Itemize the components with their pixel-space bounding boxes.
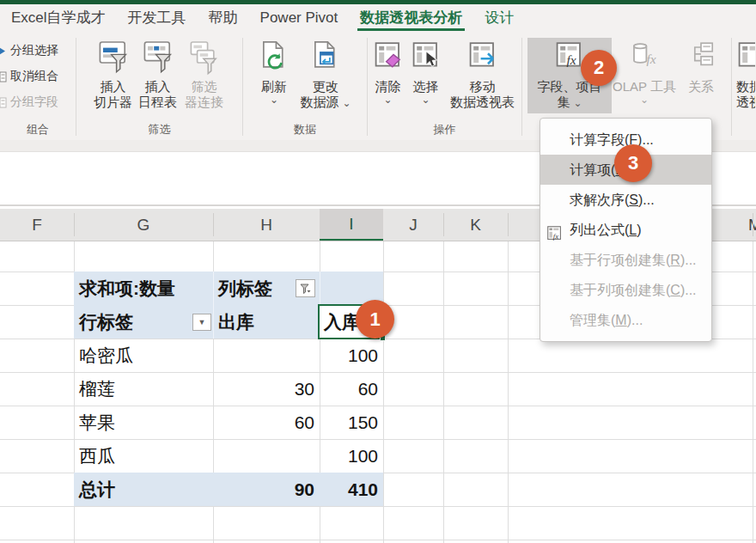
ribbon-group-combine: 分组选择 取消组合 分组字段 组合 (0, 31, 76, 140)
pivot-row-out[interactable]: 30 (213, 372, 314, 406)
ribbon-tab-bar: Excel自学成才 开发工具 帮助 Power Pivot 数据透视表分析 设计 (0, 4, 756, 31)
fields-items-sets-label-2: 集 ⌄ (557, 95, 582, 110)
olap-tools-label: OLAP 工具 (613, 79, 676, 95)
chevron-down-icon: ⌄ (270, 95, 278, 104)
chevron-down-icon: ⌄ (343, 97, 351, 109)
relationships-button: 关系 (677, 38, 725, 95)
pivot-column-labels-cell[interactable]: 列标签 (218, 272, 272, 305)
menu-item-solve-order[interactable]: 求解次序(S)... (540, 185, 711, 215)
pivot-values-label-cell[interactable]: 求和项:数量 (79, 272, 175, 305)
tab-help[interactable]: 帮助 (198, 4, 249, 31)
tab-developer[interactable]: 开发工具 (117, 4, 198, 31)
pivot-row-in[interactable]: 60 (320, 372, 378, 406)
olap-tools-button: fx OLAP 工具 ⌄ (612, 38, 677, 104)
tab-power-pivot[interactable]: Power Pivot (249, 4, 350, 31)
filter-funnel-icon (300, 283, 311, 294)
move-pivottable-label-2: 数据透视表 (450, 95, 515, 110)
pivot-row-name[interactable]: 榴莲 (79, 372, 115, 406)
pivot-row-name[interactable]: 西瓜 (79, 439, 115, 473)
chevron-down-icon: ⌄ (640, 95, 649, 104)
refresh-icon (259, 40, 289, 76)
chevron-down-icon: ⌄ (421, 95, 430, 104)
refresh-button[interactable]: 刷新 ⌄ (253, 38, 295, 104)
ribbon-group-filter: 插入 切片器 插入 日程表 (76, 31, 242, 140)
column-header-h[interactable]: H (213, 209, 320, 241)
olap-tools-icon: fx (629, 40, 660, 76)
group-selection-icon (0, 46, 7, 57)
relationships-icon (686, 40, 716, 76)
pivot-row-in[interactable]: 100 (320, 339, 378, 372)
group-label-data: 数据 (243, 122, 367, 137)
insert-timeline-button[interactable]: 插入 日程表 (136, 38, 180, 110)
pivot-row-name[interactable]: 哈密瓜 (79, 339, 133, 372)
pivot-row-in[interactable]: 100 (320, 439, 378, 473)
ribbon-group-actions: 清除 ⌄ 选择 ⌄ (368, 31, 521, 140)
column-header-j[interactable]: J (383, 209, 443, 241)
pivot-row-name[interactable]: 苹果 (79, 406, 115, 439)
insert-timeline-icon (143, 40, 174, 76)
insert-slicer-icon (98, 40, 129, 76)
menu-item-create-set-column-items: 基于列项创建集(C)... (540, 275, 711, 305)
pivotchart-icon (736, 40, 755, 76)
pivotchart-button-partial[interactable]: 数据 透视图 (732, 38, 755, 110)
active-cell-text: 入库 (324, 312, 360, 332)
pivotchart-label-2: 透视图 (736, 95, 755, 110)
column-labels-filter-button[interactable] (296, 279, 315, 297)
ungroup-icon (0, 71, 7, 82)
insert-slicer-button[interactable]: 插入 切片器 (91, 38, 136, 110)
pivot-col1-header-cell[interactable]: 出库 (218, 305, 254, 339)
chevron-down-icon: ⌄ (383, 95, 392, 104)
group-field-label: 分组字段 (10, 95, 58, 110)
dropdown-arrow-icon: ▼ (198, 319, 206, 326)
column-header-i[interactable]: I (320, 209, 383, 241)
insert-slicer-label-1: 插入 (101, 79, 126, 95)
filter-connections-label-2: 器连接 (185, 95, 223, 110)
filter-connections-icon (189, 40, 220, 76)
ribbon-group-tools-partial: 数据 透视图 (732, 31, 755, 140)
menu-item-manage-sets: 管理集(M)... (540, 305, 711, 335)
insert-timeline-label-1: 插入 (145, 79, 171, 95)
tab-pivottable-analyze[interactable]: 数据透视表分析 (349, 4, 473, 31)
svg-text:fx: fx (553, 232, 558, 241)
ungroup-button[interactable]: 取消组合 (0, 64, 76, 89)
change-data-source-button[interactable]: 更改 数据源 ⌄ (295, 38, 357, 110)
pivot-total-label[interactable]: 总计 (79, 473, 115, 506)
insert-timeline-label-2: 日程表 (138, 95, 177, 110)
step-badge-1: 1 (356, 300, 394, 339)
tab-design[interactable]: 设计 (473, 4, 525, 31)
ungroup-label: 取消组合 (10, 69, 58, 84)
column-header-f[interactable]: F (0, 209, 74, 241)
move-pivottable-icon (467, 40, 498, 76)
filter-connections-label-1: 筛选 (192, 79, 217, 95)
pivot-row-out[interactable]: 60 (213, 406, 314, 439)
refresh-label: 刷新 (261, 79, 287, 95)
svg-text:fx: fx (566, 52, 576, 67)
change-data-source-label-2: 数据源 ⌄ (300, 95, 351, 110)
row-labels-dropdown-button[interactable]: ▼ (192, 314, 211, 331)
select-button[interactable]: 选择 ⌄ (407, 38, 445, 104)
clear-button[interactable]: 清除 ⌄ (369, 38, 407, 104)
pivot-row-in[interactable]: 150 (320, 406, 378, 439)
step-badge-3: 3 (614, 144, 652, 182)
column-header-g[interactable]: G (74, 209, 213, 241)
menu-item-list-formulas[interactable]: fx 列出公式(L) (540, 215, 711, 245)
column-header-k[interactable]: K (443, 209, 508, 241)
move-pivottable-label-1: 移动 (470, 79, 496, 95)
group-field-icon (0, 97, 7, 108)
select-label: 选择 (413, 79, 439, 95)
tab-excel-zixuechengcai[interactable]: Excel自学成才 (0, 4, 117, 31)
move-pivottable-button[interactable]: 移动 数据透视表 (445, 38, 521, 110)
clear-label: 清除 (375, 79, 401, 95)
select-icon (411, 40, 442, 76)
pivot-total-in[interactable]: 410 (320, 473, 378, 506)
group-field-button: 分组字段 (0, 89, 76, 115)
group-selection-button[interactable]: 分组选择 (0, 38, 76, 64)
group-label-combine: 组合 (0, 122, 76, 137)
group-label-actions: 操作 (368, 122, 521, 137)
ribbon-group-data: 刷新 ⌄ 更改 数据源 ⌄ 数据 (243, 31, 367, 140)
pivot-total-out[interactable]: 90 (213, 473, 314, 506)
pivot-row-labels-cell[interactable]: 行标签 (79, 305, 133, 339)
change-data-source-label-1: 更改 (313, 79, 338, 95)
insert-slicer-label-2: 切片器 (94, 95, 132, 110)
group-selection-label: 分组选择 (10, 43, 58, 58)
